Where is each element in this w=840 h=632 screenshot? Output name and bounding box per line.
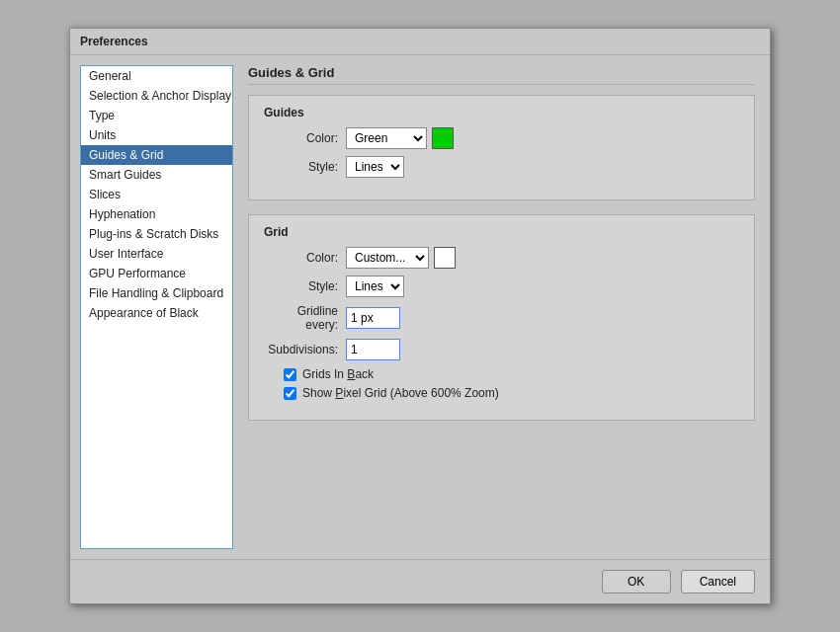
show-pixel-grid-checkbox[interactable] bbox=[284, 387, 296, 400]
gridline-row: Gridline every: bbox=[264, 304, 739, 332]
guides-style-select[interactable]: Lines Dots bbox=[346, 156, 404, 178]
dialog-body: GeneralSelection & Anchor DisplayTypeUni… bbox=[70, 55, 770, 559]
sidebar-item[interactable]: Guides & Grid bbox=[81, 145, 232, 165]
sidebar-item[interactable]: Slices bbox=[81, 185, 232, 204]
grid-section: Grid Color: Custom... Light Blue Cyan Ma… bbox=[248, 214, 755, 421]
subdivisions-input[interactable] bbox=[346, 339, 400, 360]
grids-in-back-checkbox[interactable] bbox=[284, 368, 296, 381]
sidebar-item[interactable]: Selection & Anchor Display bbox=[81, 86, 232, 106]
guides-color-swatch[interactable] bbox=[432, 127, 454, 149]
dialog-title: Preferences bbox=[70, 29, 770, 55]
subdivisions-row: Subdivisions: bbox=[264, 339, 739, 360]
show-pixel-grid-row: Show Pixel Grid (Above 600% Zoom) bbox=[264, 386, 739, 400]
grids-in-back-row: Grids In Back bbox=[264, 367, 739, 381]
grids-in-back-label[interactable]: Grids In Back bbox=[302, 367, 374, 381]
sidebar-item[interactable]: Hyphenation bbox=[81, 204, 232, 224]
sidebar-item[interactable]: Smart Guides bbox=[81, 165, 232, 185]
sidebar-item[interactable]: GPU Performance bbox=[81, 264, 232, 283]
preferences-dialog: Preferences GeneralSelection & Anchor Di… bbox=[69, 28, 771, 604]
gridline-input[interactable] bbox=[346, 307, 400, 329]
show-pixel-grid-label[interactable]: Show Pixel Grid (Above 600% Zoom) bbox=[302, 386, 499, 400]
grid-color-swatch[interactable] bbox=[434, 247, 456, 269]
sidebar-item[interactable]: Plug-ins & Scratch Disks bbox=[81, 224, 232, 244]
guides-style-label: Style: bbox=[264, 160, 338, 174]
guides-section: Guides Color: Green Cyan Magenta Yellow … bbox=[248, 95, 755, 200]
grid-color-row: Color: Custom... Light Blue Cyan Magenta… bbox=[264, 247, 739, 269]
grid-style-select[interactable]: Lines Dots bbox=[346, 276, 404, 297]
grid-color-label: Color: bbox=[264, 251, 338, 265]
guides-color-select[interactable]: Green Cyan Magenta Yellow Blue Red Custo… bbox=[346, 127, 427, 149]
guides-style-row: Style: Lines Dots bbox=[264, 156, 739, 178]
ok-button[interactable]: OK bbox=[602, 570, 671, 593]
gridline-label: Gridline every: bbox=[264, 304, 338, 332]
sidebar-item[interactable]: File Handling & Clipboard bbox=[81, 283, 232, 303]
sidebar: GeneralSelection & Anchor DisplayTypeUni… bbox=[80, 65, 233, 549]
dialog-footer: OK Cancel bbox=[70, 559, 770, 603]
grid-color-select[interactable]: Custom... Light Blue Cyan Magenta Yellow… bbox=[346, 247, 429, 269]
section-title: Guides & Grid bbox=[248, 65, 755, 85]
grid-label: Grid bbox=[264, 225, 739, 239]
guides-color-row: Color: Green Cyan Magenta Yellow Blue Re… bbox=[264, 127, 739, 149]
sidebar-item[interactable]: Type bbox=[81, 106, 232, 125]
sidebar-item[interactable]: Appearance of Black bbox=[81, 303, 232, 323]
grid-style-label: Style: bbox=[264, 279, 338, 293]
guides-color-label: Color: bbox=[264, 131, 338, 145]
subdivisions-label: Subdivisions: bbox=[264, 343, 338, 356]
sidebar-item[interactable]: User Interface bbox=[81, 244, 232, 264]
main-content: Guides & Grid Guides Color: Green Cyan M… bbox=[243, 65, 760, 549]
grid-style-row: Style: Lines Dots bbox=[264, 276, 739, 297]
guides-label: Guides bbox=[264, 106, 739, 119]
cancel-button[interactable]: Cancel bbox=[681, 570, 755, 593]
sidebar-item[interactable]: Units bbox=[81, 125, 232, 145]
sidebar-item[interactable]: General bbox=[81, 66, 232, 86]
